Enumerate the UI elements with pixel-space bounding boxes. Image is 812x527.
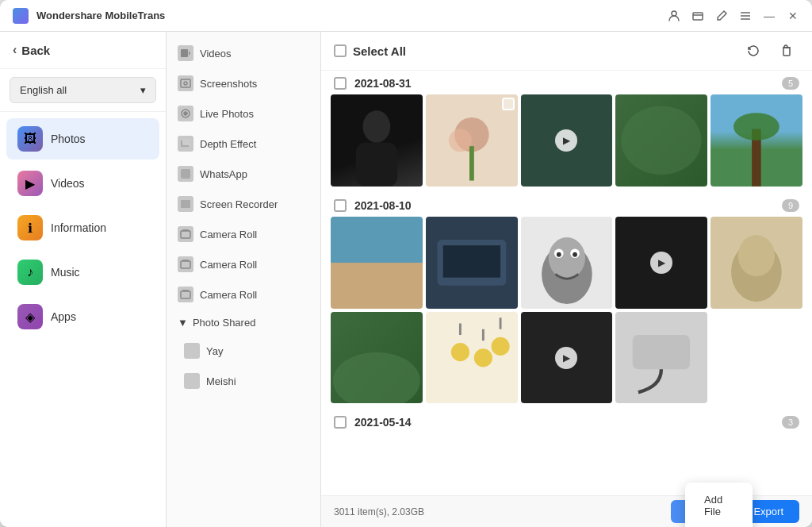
svg-point-34	[556, 252, 561, 257]
photo-shared-label: Photo Shared	[193, 317, 256, 329]
svg-rect-15	[181, 200, 190, 208]
context-menu-add-file[interactable]: Add File	[685, 486, 753, 525]
sidebar-item-photos-label: Photos	[51, 133, 86, 145]
photo-cell[interactable]	[521, 217, 613, 309]
videos-icon: ▶	[17, 171, 43, 196]
middle-item-screenshots[interactable]: Screenshots	[167, 68, 320, 98]
profile-icon[interactable]	[668, 10, 680, 22]
date-section-2: 2021-08-10 9	[331, 193, 802, 404]
middle-camera-roll-2-icon	[178, 256, 193, 272]
photo-checkbox-overlay[interactable]	[502, 98, 515, 110]
context-menu: Add File Add Folder	[685, 483, 753, 527]
photo-cell[interactable]: ▶	[521, 312, 613, 404]
middle-item-camera-roll-2[interactable]: Camera Roll	[167, 249, 320, 279]
photo-cell[interactable]	[331, 217, 423, 309]
svg-point-38	[333, 352, 420, 403]
middle-whatsapp-icon	[178, 166, 193, 182]
middle-item-videos[interactable]: Videos	[167, 38, 320, 68]
date-checkbox-2[interactable]	[334, 199, 347, 212]
svg-point-27	[733, 113, 779, 140]
svg-point-11	[184, 112, 187, 115]
svg-point-25	[622, 106, 702, 175]
svg-rect-21	[356, 143, 397, 187]
date-section-3: 2021-05-14 3	[331, 410, 802, 433]
svg-marker-7	[189, 51, 190, 56]
photo-cell[interactable]	[426, 94, 518, 187]
photo-grid-1: ▶	[331, 94, 802, 187]
undo-button[interactable]	[741, 38, 766, 63]
sidebar-item-music-label: Music	[51, 266, 80, 279]
app-title: Wondershare MobileTrans	[36, 10, 660, 21]
dropdown-section: English all ▾	[0, 69, 166, 112]
select-all-checkbox[interactable]	[334, 44, 347, 57]
menu-icon[interactable]	[739, 10, 752, 22]
photo-cell[interactable]	[426, 217, 518, 309]
back-label: Back	[21, 44, 50, 57]
middle-item-camera-roll-3[interactable]: Camera Roll	[167, 279, 320, 310]
app-window: Wondershare MobileTrans — ✕ ‹ Back	[0, 0, 812, 527]
edit-icon[interactable]	[715, 10, 728, 22]
back-button[interactable]: ‹ Back	[0, 32, 166, 69]
toolbar-actions	[741, 38, 799, 63]
title-bar: Wondershare MobileTrans — ✕	[0, 0, 812, 32]
svg-rect-19	[783, 48, 790, 56]
middle-item-live-photos-label: Live Photos	[200, 108, 254, 120]
window-icon[interactable]	[691, 10, 704, 22]
date-count-1: 5	[782, 77, 799, 90]
middle-item-camera-roll-1-label: Camera Roll	[200, 229, 257, 240]
photo-cell[interactable]	[426, 312, 518, 404]
middle-item-screen-recorder[interactable]: Screen Recorder	[167, 189, 320, 219]
svg-rect-24	[469, 146, 474, 180]
photo-grid-2: ▶	[331, 217, 802, 404]
middle-item-meishi[interactable]: Meishi	[173, 366, 320, 396]
sidebar-item-apps[interactable]: ◈ Apps	[6, 296, 159, 337]
sidebar-item-videos[interactable]: ▶ Videos	[6, 163, 159, 204]
date-checkbox-3[interactable]	[334, 416, 347, 429]
date-label-2: 2021-08-10	[354, 199, 412, 212]
svg-rect-16	[181, 231, 190, 238]
svg-rect-1	[693, 13, 703, 20]
svg-point-31	[548, 237, 584, 279]
main-content: ‹ Back English all ▾ 🖼 Photos ▶ Videos	[0, 32, 812, 527]
svg-rect-45	[633, 335, 690, 369]
middle-item-camera-roll-1[interactable]: Camera Roll	[167, 219, 320, 249]
svg-point-20	[363, 110, 391, 143]
select-all-label: Select All	[353, 44, 406, 58]
middle-item-whatsapp-label: WhatsApp	[200, 168, 247, 180]
middle-item-whatsapp[interactable]: WhatsApp	[167, 159, 320, 189]
sidebar-item-photos[interactable]: 🖼 Photos	[6, 118, 159, 160]
sidebar-item-information[interactable]: ℹ Information	[6, 207, 159, 248]
minimize-button[interactable]: —	[763, 10, 776, 22]
date-checkbox-1[interactable]	[334, 77, 347, 90]
close-button[interactable]: ✕	[787, 10, 799, 22]
svg-rect-13	[182, 139, 190, 145]
photo-cell[interactable]: ▶	[521, 94, 613, 187]
photo-cell[interactable]	[331, 94, 423, 187]
middle-item-depth-effect[interactable]: Depth Effect	[167, 129, 320, 159]
middle-live-photos-icon	[178, 106, 193, 121]
delete-button[interactable]	[774, 38, 799, 63]
photo-cell[interactable]	[615, 312, 707, 404]
photo-shared-header[interactable]: ▼ Photo Shared	[167, 310, 320, 336]
photo-cell[interactable]	[331, 312, 423, 404]
svg-rect-8	[181, 79, 190, 87]
photos-icon: 🖼	[17, 126, 43, 152]
photo-cell[interactable]: ▶	[615, 217, 707, 309]
middle-item-screenshots-label: Screenshots	[200, 78, 257, 90]
middle-item-videos-label: Videos	[200, 48, 232, 60]
svg-point-37	[738, 235, 775, 276]
middle-videos-icon	[178, 45, 193, 61]
photo-cell[interactable]	[615, 94, 707, 187]
middle-camera-roll-1-icon	[178, 226, 193, 242]
sidebar-item-music[interactable]: ♪ Music	[6, 252, 159, 293]
language-dropdown[interactable]: English all ▾	[10, 77, 156, 103]
photo-cell[interactable]	[710, 217, 802, 309]
sidebar-item-information-label: Information	[51, 221, 106, 234]
svg-point-9	[184, 82, 187, 85]
nav-items: 🖼 Photos ▶ Videos ℹ Information ♪ Music …	[0, 112, 166, 344]
middle-item-yay[interactable]: Yay	[173, 336, 320, 366]
middle-item-live-photos[interactable]: Live Photos	[167, 98, 320, 129]
middle-item-depth-effect-label: Depth Effect	[200, 138, 256, 150]
window-controls: — ✕	[668, 10, 799, 22]
photo-cell[interactable]	[710, 94, 802, 187]
